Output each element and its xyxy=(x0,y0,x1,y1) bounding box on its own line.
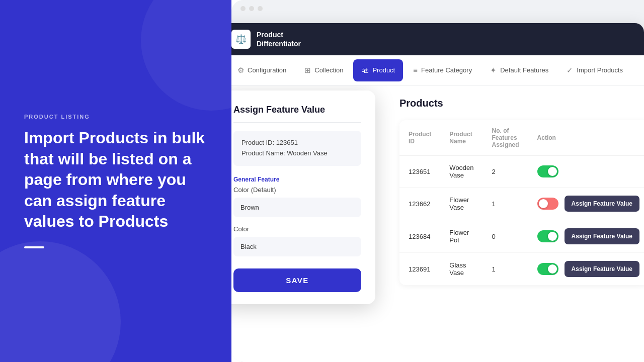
dot-green xyxy=(258,6,263,11)
collection-icon: ⊞ xyxy=(304,66,311,75)
action-cell: Assign Feature Value xyxy=(537,228,639,244)
toggle-track xyxy=(537,165,558,177)
table-row: 123651 Wooden Vase 2 xyxy=(399,156,644,188)
import-products-icon: ✓ xyxy=(567,66,573,75)
app-container: ⚖️ Product Differentiator ⚙ Configuratio… xyxy=(231,23,644,362)
general-feature-label: General Feature xyxy=(233,176,361,183)
toggle-switch-123684[interactable] xyxy=(537,230,558,242)
toggle-switch-123651[interactable] xyxy=(537,165,558,177)
product-icon: 🛍 xyxy=(361,66,369,74)
feature-category-icon: ≡ xyxy=(413,66,418,74)
cell-features-count: 1 xyxy=(483,188,528,220)
top-bar: ⚖️ Product Differentiator xyxy=(231,23,644,55)
toggle-thumb xyxy=(548,167,557,176)
cell-action: Assign Feature Value xyxy=(528,188,644,220)
main-content: Assign Feature Value Product ID: 123651 … xyxy=(231,85,644,362)
cell-action xyxy=(528,156,644,188)
logo-area: ⚖️ Product Differentiator xyxy=(231,30,301,49)
browser-chrome xyxy=(231,0,644,11)
action-cell: Assign Feature Value xyxy=(537,196,639,212)
toggle-thumb xyxy=(548,232,557,241)
toggle-track xyxy=(537,230,558,242)
assign-feature-button-123684[interactable]: Assign Feature Value xyxy=(565,228,639,244)
table-row: 123691 Glass Vase 1 Assign Feature Value xyxy=(399,253,644,286)
col-product-id: Product ID xyxy=(399,120,440,156)
cell-features-count: 2 xyxy=(483,156,528,188)
color-default-input[interactable] xyxy=(233,198,361,217)
table-row: 123662 Flower Vase 1 Assign Feature Valu… xyxy=(399,188,644,220)
nav-item-feature-category[interactable]: ≡ Feature Category xyxy=(405,59,480,81)
col-action: Action xyxy=(528,120,644,156)
color-default-label: Color (Default) xyxy=(233,186,361,194)
cell-features-count: 1 xyxy=(483,253,528,286)
hero-title: Import Products in bulk that will be lis… xyxy=(24,128,207,232)
left-panel: PRODUCT LISTING Import Products in bulk … xyxy=(0,0,231,362)
hero-divider xyxy=(24,246,44,248)
cell-product-id: 123691 xyxy=(399,253,440,286)
logo-icon: ⚖️ xyxy=(231,30,251,49)
nav-item-product[interactable]: 🛍 Product xyxy=(353,59,403,81)
cell-features-count: 0 xyxy=(483,220,528,253)
toggle-switch-123662[interactable] xyxy=(537,198,558,210)
save-button[interactable]: SAVE xyxy=(233,268,361,292)
color-input[interactable] xyxy=(233,237,361,256)
section-tag: PRODUCT LISTING xyxy=(24,114,207,120)
toggle-track xyxy=(537,198,558,210)
dot-red xyxy=(240,6,246,11)
product-id-label: Product ID: 123651 xyxy=(242,138,353,148)
nav-item-default-features[interactable]: ✦ Default Features xyxy=(482,59,556,81)
color-label: Color xyxy=(233,225,361,233)
logo-text: Product Differentiator xyxy=(257,30,301,48)
action-cell xyxy=(537,165,639,177)
product-name-label: Product Name: Wooden Vase xyxy=(242,148,353,159)
configuration-icon: ⚙ xyxy=(237,66,244,75)
default-features-icon: ✦ xyxy=(490,66,497,75)
products-title: Products xyxy=(399,98,630,109)
cell-product-name: Flower Vase xyxy=(440,188,482,220)
cell-product-name: Glass Vase xyxy=(440,253,482,286)
modal-title: Assign Feature Value xyxy=(233,105,361,123)
products-panel: Products Product ID Product Name No. of … xyxy=(385,85,644,362)
cell-action: Assign Feature Value xyxy=(528,253,644,286)
nav-item-configuration[interactable]: ⚙ Configuration xyxy=(231,59,294,81)
cell-product-name: Wooden Vase xyxy=(440,156,482,188)
cell-product-id: 123651 xyxy=(399,156,440,188)
cell-product-name: Flower Pot xyxy=(440,220,482,253)
action-cell: Assign Feature Value xyxy=(537,261,639,277)
assign-feature-button-123691[interactable]: Assign Feature Value xyxy=(565,261,639,277)
toggle-track xyxy=(537,263,558,275)
cell-product-id: 123662 xyxy=(399,188,440,220)
product-info-box: Product ID: 123651 Product Name: Wooden … xyxy=(233,131,361,166)
nav-bar: ⚙ Configuration ⊞ Collection 🛍 Product ≡… xyxy=(231,55,644,85)
nav-item-collection[interactable]: ⊞ Collection xyxy=(296,59,351,81)
toggle-thumb xyxy=(539,199,548,208)
col-product-name: Product Name xyxy=(440,120,482,156)
toggle-switch-123691[interactable] xyxy=(537,263,558,275)
nav-item-import-products[interactable]: ✓ Import Products xyxy=(558,59,631,81)
toggle-thumb xyxy=(548,264,557,274)
cell-product-id: 123684 xyxy=(399,220,440,253)
col-features-count: No. of Features Assigned xyxy=(483,120,528,156)
right-panel: ⚖️ Product Differentiator ⚙ Configuratio… xyxy=(231,0,644,362)
dot-yellow xyxy=(249,6,254,11)
assign-feature-modal: Assign Feature Value Product ID: 123651 … xyxy=(231,90,375,304)
cell-action: Assign Feature Value xyxy=(528,220,644,253)
table-row: 123684 Flower Pot 0 Assign Feature Value xyxy=(399,220,644,253)
products-table: Product ID Product Name No. of Features … xyxy=(399,120,644,285)
table-header-row: Product ID Product Name No. of Features … xyxy=(399,120,644,156)
assign-feature-button-123662[interactable]: Assign Feature Value xyxy=(565,196,639,212)
